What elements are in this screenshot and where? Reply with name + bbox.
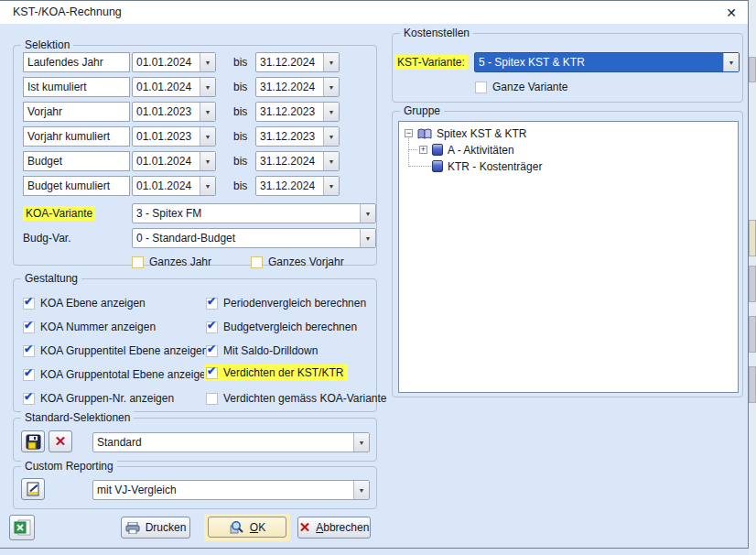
chevron-down-icon[interactable]: ▼ bbox=[200, 53, 215, 71]
kst-variante-combo[interactable]: 5 - Spitex KST & KTR ▼ bbox=[474, 52, 740, 72]
background-fragment bbox=[749, 266, 756, 302]
standard-selektion-combo[interactable]: Standard ▼ bbox=[92, 432, 370, 452]
chevron-down-icon[interactable]: ▼ bbox=[360, 204, 375, 223]
chevron-down-icon[interactable]: ▼ bbox=[360, 229, 375, 247]
tree-item-label: A - Aktivitäten bbox=[448, 144, 514, 157]
chevron-down-icon[interactable]: ▼ bbox=[353, 481, 369, 499]
bis-label: bis bbox=[233, 52, 247, 72]
date-to-combo-1[interactable]: 31.12.2024 ▼ bbox=[255, 77, 340, 97]
date-to-combo-0[interactable]: 31.12.2024 ▼ bbox=[255, 52, 340, 72]
tree-item-root[interactable]: − Spitex KST & KTR bbox=[405, 125, 526, 141]
chevron-down-icon[interactable]: ▼ bbox=[323, 127, 339, 146]
checkbox-box[interactable]: ✔ bbox=[23, 321, 35, 333]
koa-gruppentotal-checkbox[interactable]: ✔ KOA Gruppentotal Ebene anzeigen bbox=[23, 367, 211, 382]
chevron-down-icon[interactable]: ▼ bbox=[323, 152, 339, 170]
checkbox-box[interactable]: ✔ bbox=[23, 345, 35, 357]
budgetvergleich-checkbox[interactable]: ✔ Budgetvergleich berechnen bbox=[206, 320, 357, 334]
excel-export-button[interactable] bbox=[9, 515, 35, 540]
chevron-down-icon[interactable]: ▼ bbox=[200, 177, 215, 195]
checkbox-box[interactable] bbox=[251, 256, 263, 268]
custom-reporting-value: mit VJ-Vergleich bbox=[93, 481, 353, 499]
checkbox-box[interactable]: ✔ bbox=[23, 298, 35, 310]
verdichten-kst-ktr-checkbox[interactable]: ✔ Verdichten der KST/KTR bbox=[204, 365, 348, 380]
chevron-down-icon[interactable]: ▼ bbox=[323, 103, 339, 121]
chevron-down-icon[interactable]: ▼ bbox=[200, 127, 215, 146]
koa-gruppentitel-checkbox[interactable]: ✔ KOA Gruppentitel Ebene anzeigen bbox=[23, 343, 208, 358]
checkbox-box[interactable]: ✔ bbox=[23, 369, 35, 381]
checkbox-box[interactable] bbox=[206, 393, 218, 405]
chevron-down-icon[interactable]: ▼ bbox=[723, 53, 739, 71]
selektion-name-input-4[interactable]: Budget bbox=[23, 151, 130, 171]
checkbox-box[interactable]: ✔ bbox=[23, 393, 35, 405]
checkbox-label: Budgetvergleich berechnen bbox=[223, 321, 357, 333]
gruppe-tree[interactable]: − Spitex KST & KTR + A - Aktivitäten KTR… bbox=[398, 121, 739, 393]
date-from-combo-4[interactable]: 01.01.2024 ▼ bbox=[132, 151, 216, 171]
date-to-combo-4[interactable]: 31.12.2024 ▼ bbox=[255, 151, 340, 171]
date-to-value-5: 31.12.2024 bbox=[256, 177, 323, 195]
chevron-down-icon[interactable]: ▼ bbox=[323, 78, 339, 96]
group-block-icon bbox=[432, 144, 443, 156]
selektion-name-input-1[interactable]: Ist kumuliert bbox=[23, 77, 130, 97]
gestaltung-group: Gestaltung ✔ KOA Ebene anzeigen ✔ KOA Nu… bbox=[13, 278, 377, 412]
abbrechen-button[interactable]: ✕ Abbrechen bbox=[297, 517, 371, 539]
tree-item-kostentraeger[interactable]: KTR - Kostenträger bbox=[432, 158, 542, 174]
checkbox-box[interactable]: ✔ bbox=[206, 298, 218, 310]
drucken-button[interactable]: Drucken bbox=[121, 517, 190, 539]
selektion-name-input-3[interactable]: Vorjahr kumuliert bbox=[23, 126, 130, 147]
excel-icon bbox=[14, 519, 31, 537]
chevron-down-icon[interactable]: ▼ bbox=[323, 53, 339, 71]
checkbox-label: Verdichten der KST/KTR bbox=[223, 366, 343, 379]
koa-gruppen-nr-checkbox[interactable]: ✔ KOA Gruppen-Nr. anzeigen bbox=[23, 391, 174, 406]
printer-icon bbox=[125, 522, 140, 534]
checkbox-box[interactable]: ✔ bbox=[206, 345, 218, 357]
cancel-x-icon: ✕ bbox=[299, 519, 311, 536]
selektion-name-input-0[interactable]: Laufendes Jahr bbox=[23, 52, 130, 72]
date-from-combo-2[interactable]: 01.01.2023 ▼ bbox=[132, 102, 216, 122]
expand-plus-icon[interactable]: + bbox=[419, 146, 427, 154]
checkbox-box[interactable] bbox=[475, 82, 487, 93]
tree-item-label: Spitex KST & KTR bbox=[437, 127, 526, 140]
chevron-down-icon[interactable]: ▼ bbox=[200, 103, 215, 121]
ganzes-vorjahr-checkbox[interactable]: Ganzes Vorjahr bbox=[251, 255, 344, 269]
ok-button[interactable]: OK bbox=[208, 517, 286, 538]
date-from-combo-1[interactable]: 01.01.2024 ▼ bbox=[132, 77, 216, 97]
chevron-down-icon[interactable]: ▼ bbox=[323, 177, 339, 195]
budg-var-combo[interactable]: 0 - Standard-Budget ▼ bbox=[132, 228, 376, 248]
ganzes-jahr-checkbox[interactable]: Ganzes Jahr bbox=[132, 255, 211, 269]
date-from-combo-3[interactable]: 01.01.2023 ▼ bbox=[132, 126, 216, 147]
chevron-down-icon[interactable]: ▼ bbox=[353, 433, 369, 452]
delete-selection-button[interactable]: ✕ bbox=[49, 430, 72, 452]
date-to-value-0: 31.12.2024 bbox=[256, 53, 323, 71]
checkbox-box[interactable] bbox=[132, 256, 144, 268]
koa-nummer-anzeigen-checkbox[interactable]: ✔ KOA Nummer anzeigen bbox=[23, 320, 156, 334]
saldo-drilldown-checkbox[interactable]: ✔ Mit Saldo-Drilldown bbox=[206, 343, 318, 358]
close-icon[interactable]: ✕ bbox=[722, 4, 740, 22]
chevron-down-icon[interactable]: ▼ bbox=[200, 78, 215, 96]
date-from-combo-0[interactable]: 01.01.2024 ▼ bbox=[132, 52, 216, 72]
custom-report-button[interactable] bbox=[21, 478, 45, 500]
date-from-combo-5[interactable]: 01.01.2024 ▼ bbox=[132, 176, 216, 196]
periodenvergleich-checkbox[interactable]: ✔ Periodenvergleich berechnen bbox=[206, 296, 366, 310]
checkbox-box[interactable]: ✔ bbox=[206, 367, 218, 379]
date-to-combo-5[interactable]: 31.12.2024 ▼ bbox=[255, 176, 340, 196]
save-selection-button[interactable] bbox=[21, 430, 45, 452]
custom-reporting-combo[interactable]: mit VJ-Vergleich ▼ bbox=[92, 480, 370, 500]
checkmark-icon: ✔ bbox=[24, 390, 33, 403]
checkbox-box[interactable]: ✔ bbox=[206, 321, 218, 333]
koa-ebene-anzeigen-checkbox[interactable]: ✔ KOA Ebene anzeigen bbox=[23, 296, 146, 310]
kst-variante-label-text: KST-Variante: bbox=[394, 55, 468, 70]
tree-item-aktivitaeten[interactable]: + A - Aktivitäten bbox=[419, 142, 514, 158]
koa-variante-combo[interactable]: 3 - Spitex FM ▼ bbox=[132, 203, 376, 223]
ganzes-vorjahr-label: Ganzes Vorjahr bbox=[268, 256, 344, 268]
verdichten-koa-variante-checkbox[interactable]: Verdichten gemäss KOA-Variante bbox=[206, 391, 387, 406]
collapse-minus-icon[interactable]: − bbox=[405, 129, 413, 137]
selektion-name-input-5[interactable]: Budget kumuliert bbox=[23, 176, 130, 196]
checkbox-label: KOA Ebene anzeigen bbox=[40, 297, 146, 310]
kostenstellen-caption: Kostenstellen bbox=[400, 27, 473, 39]
date-to-combo-2[interactable]: 31.12.2023 ▼ bbox=[255, 102, 340, 122]
date-to-combo-3[interactable]: 31.12.2023 ▼ bbox=[255, 126, 340, 147]
selektion-name-input-2[interactable]: Vorjahr bbox=[23, 102, 130, 122]
background-fragment bbox=[749, 220, 756, 256]
chevron-down-icon[interactable]: ▼ bbox=[200, 152, 215, 170]
ganze-variante-checkbox[interactable]: Ganze Variante bbox=[475, 80, 568, 94]
